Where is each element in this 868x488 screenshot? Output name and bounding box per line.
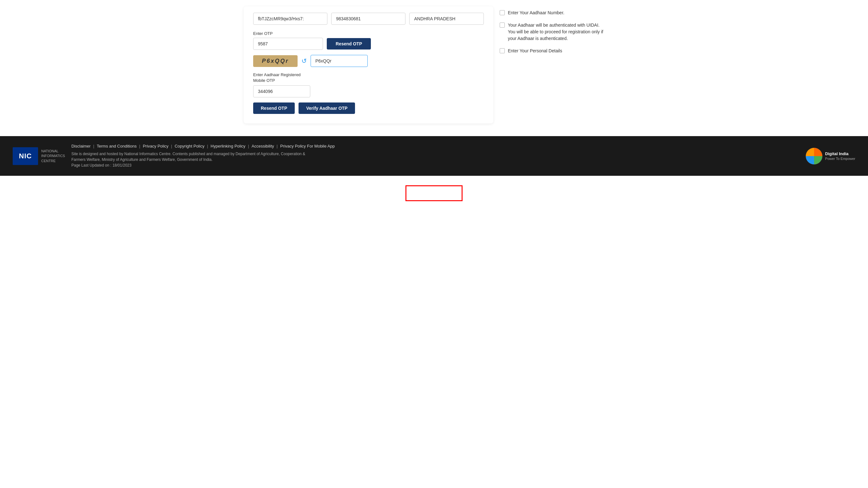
nic-logo-section: NIC NATIONALINFORMATICSCENTRE — [13, 147, 65, 165]
nic-full-name: NATIONALINFORMATICSCENTRE — [41, 149, 65, 163]
refresh-captcha-icon[interactable]: ↻ — [301, 57, 307, 65]
footer-link-copyright[interactable]: Copyright Policy — [175, 144, 204, 149]
footer-links-section: Disclaimer | Terms and Conditions | Priv… — [71, 144, 799, 168]
top-fields-row: fbTJZzcMR9qw3/Hxs7: 9834830681 ANDHRA PR… — [253, 13, 484, 25]
captcha-input[interactable]: P6xQQr — [311, 55, 368, 67]
footer-link-privacy-mobile[interactable]: Privacy Policy For Mobile App — [280, 144, 335, 149]
checkbox-2[interactable] — [500, 23, 505, 28]
footer-link-hyperlinking[interactable]: Hyperlinking Policy — [211, 144, 246, 149]
verify-aadhaar-otp-button[interactable]: Verify Aadhaar OTP — [299, 102, 355, 114]
digital-india-subtext: Power To Empower — [825, 157, 855, 160]
checklist-area: Enter Your Aadhaar Number. Your Aadhaar … — [500, 6, 624, 123]
field3-input[interactable]: ANDHRA PRADESH — [409, 13, 484, 25]
highlight-box — [405, 185, 463, 201]
mobile-otp-input[interactable]: 344096 — [253, 85, 310, 97]
mobile-otp-label: Enter Aadhaar Registered Mobile OTP — [253, 72, 484, 84]
footer-links-row: Disclaimer | Terms and Conditions | Priv… — [71, 144, 799, 149]
checklist-text-3: Enter Your Personal Details — [508, 48, 562, 54]
checkbox-1[interactable] — [500, 10, 505, 15]
checkbox-3[interactable] — [500, 48, 505, 53]
nic-acronym: NIC — [19, 152, 32, 160]
field2-input[interactable]: 9834830681 — [331, 13, 405, 25]
digital-india-logo — [806, 148, 823, 165]
action-buttons: Resend OTP Verify Aadhaar OTP — [253, 102, 484, 114]
captcha-row: P6xQQr ↻ P6xQQr — [253, 55, 484, 67]
footer-description: Site is designed and hosted by National … — [71, 151, 799, 168]
digital-india-icon — [806, 148, 823, 165]
digital-india-label: Digital India — [825, 151, 855, 157]
resend-otp-button[interactable]: Resend OTP — [327, 38, 371, 50]
mobile-otp-section: Enter Aadhaar Registered Mobile OTP 3440… — [253, 72, 484, 114]
checklist-item-3: Enter Your Personal Details — [500, 48, 624, 54]
digital-india-section: Digital India Power To Empower — [806, 148, 855, 165]
checklist-text-1: Enter Your Aadhaar Number. — [508, 9, 564, 16]
checklist-item-1: Enter Your Aadhaar Number. — [500, 9, 624, 16]
otp-input[interactable]: 9587 — [253, 38, 323, 50]
field1-input[interactable]: fbTJZzcMR9qw3/Hxs7: — [253, 13, 328, 25]
white-area — [0, 185, 868, 249]
footer-link-terms[interactable]: Terms and Conditions — [97, 144, 137, 149]
resend-aadhaar-otp-button[interactable]: Resend OTP — [253, 102, 295, 114]
footer-link-accessibility[interactable]: Accessibility — [252, 144, 274, 149]
captcha-image: P6xQQr — [253, 55, 298, 67]
footer: NIC NATIONALINFORMATICSCENTRE Disclaimer… — [0, 136, 868, 176]
checklist-item-2: Your Aadhaar will be authenticated with … — [500, 22, 624, 42]
otp-section: Enter OTP 9587 Resend OTP — [253, 31, 484, 50]
nic-logo: NIC — [13, 147, 38, 165]
otp-label: Enter OTP — [253, 31, 484, 36]
footer-link-privacy[interactable]: Privacy Policy — [143, 144, 168, 149]
checklist-text-2: Your Aadhaar will be authenticated with … — [508, 22, 603, 42]
footer-link-disclaimer[interactable]: Disclaimer — [71, 144, 91, 149]
